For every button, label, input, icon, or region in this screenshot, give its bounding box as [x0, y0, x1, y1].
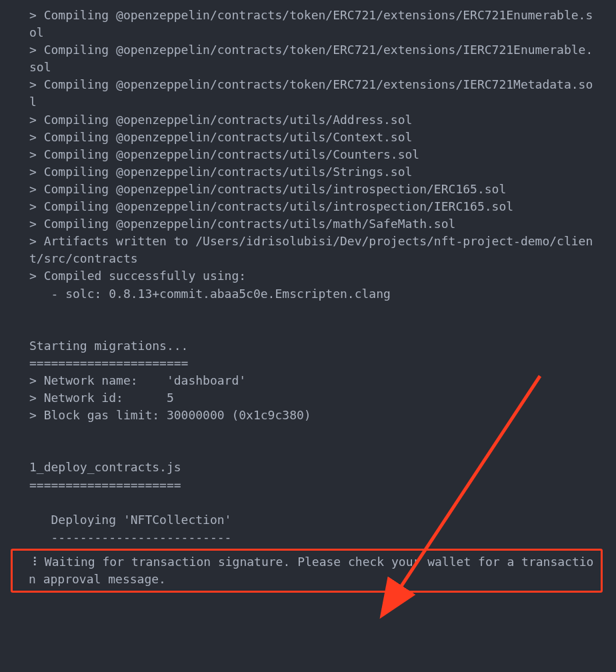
- terminal-line: > Compiling @openzeppelin/contracts/util…: [29, 163, 596, 181]
- terminal-line: > Compiling @openzeppelin/contracts/toke…: [29, 41, 596, 76]
- terminal-line: > Compiling @openzeppelin/contracts/toke…: [29, 7, 596, 41]
- terminal-line: Starting migrations...: [29, 337, 596, 355]
- terminal-line: > Compiling @openzeppelin/contracts/util…: [29, 111, 596, 129]
- terminal-line: > Network id: 5: [29, 389, 596, 407]
- terminal-line: Deploying 'NFTCollection': [29, 511, 596, 529]
- terminal-line: ======================: [29, 355, 596, 372]
- terminal-output: > Compiling @openzeppelin/contracts/toke…: [0, 7, 616, 546]
- terminal-line: > Block gas limit: 30000000 (0x1c9c380): [29, 407, 596, 424]
- terminal-line: > Compiling @openzeppelin/contracts/util…: [29, 198, 596, 215]
- terminal-line: > Compiling @openzeppelin/contracts/util…: [29, 181, 596, 198]
- terminal-line: > Compiling @openzeppelin/contracts/toke…: [29, 76, 596, 111]
- waiting-signature-highlight: ⠸ Waiting for transaction signature. Ple…: [11, 549, 603, 593]
- terminal-line: =====================: [29, 477, 596, 494]
- terminal-line: > Compiling @openzeppelin/contracts/util…: [29, 146, 596, 163]
- terminal-line: > Compiling @openzeppelin/contracts/util…: [29, 215, 596, 233]
- waiting-signature-message: ⠸ Waiting for transaction signature. Ple…: [29, 553, 598, 588]
- terminal-line: -------------------------: [29, 529, 596, 546]
- terminal-line: > Compiled successfully using:: [29, 267, 596, 285]
- terminal-line: > Network name: 'dashboard': [29, 372, 596, 389]
- terminal-line: > Artifacts written to /Users/idrisolubi…: [29, 233, 596, 267]
- terminal-line: - solc: 0.8.13+commit.abaa5c0e.Emscripte…: [29, 285, 596, 303]
- terminal-line: 1_deploy_contracts.js: [29, 459, 596, 476]
- terminal-line: > Compiling @openzeppelin/contracts/util…: [29, 129, 596, 146]
